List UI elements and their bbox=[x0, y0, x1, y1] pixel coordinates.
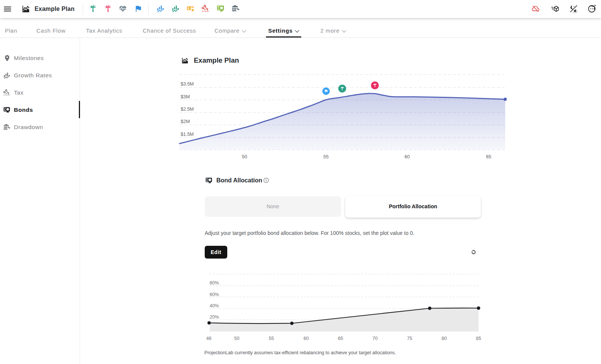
svg-text:60%: 60% bbox=[210, 292, 219, 297]
svg-text:65: 65 bbox=[486, 154, 491, 159]
svg-text:46: 46 bbox=[206, 336, 211, 341]
svg-text:40%: 40% bbox=[210, 303, 219, 308]
svg-text:50: 50 bbox=[242, 154, 247, 159]
svg-text:20%: 20% bbox=[210, 314, 219, 320]
svg-text:80: 80 bbox=[442, 336, 447, 341]
svg-text:55: 55 bbox=[269, 336, 274, 341]
svg-text:50: 50 bbox=[234, 336, 240, 341]
svg-text:85: 85 bbox=[476, 336, 481, 341]
svg-text:80%: 80% bbox=[210, 280, 219, 286]
svg-text:70: 70 bbox=[373, 336, 378, 341]
svg-text:$3.5M: $3.5M bbox=[181, 81, 194, 87]
svg-text:75: 75 bbox=[407, 336, 412, 341]
svg-text:55: 55 bbox=[323, 154, 329, 159]
svg-text:$2.5M: $2.5M bbox=[181, 107, 194, 112]
svg-text:65: 65 bbox=[338, 336, 343, 341]
svg-text:60: 60 bbox=[405, 154, 410, 159]
svg-text:60: 60 bbox=[304, 336, 309, 341]
svg-text:$2M: $2M bbox=[181, 119, 190, 124]
svg-text:$1.5M: $1.5M bbox=[181, 132, 194, 137]
svg-text:$3M: $3M bbox=[181, 94, 190, 99]
